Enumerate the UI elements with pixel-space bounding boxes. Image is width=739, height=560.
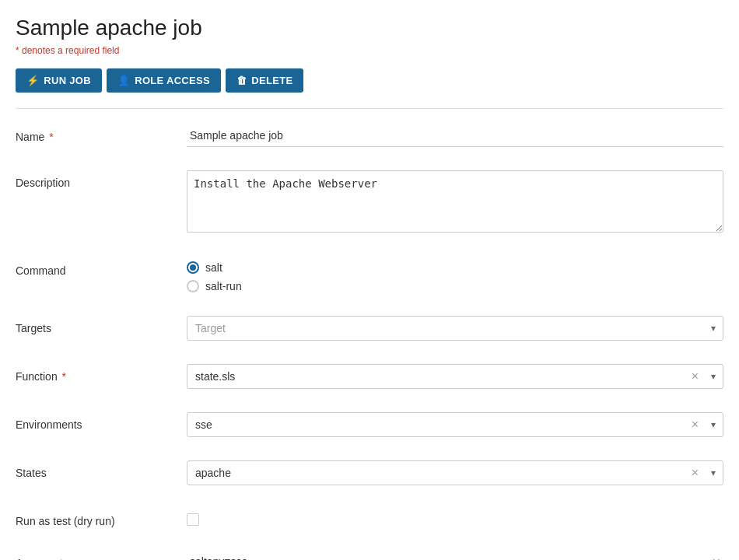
name-required-star: * <box>46 131 53 143</box>
role-access-icon: 👤 <box>117 75 130 86</box>
command-salt-run-label: salt-run <box>205 280 242 292</box>
command-salt-run-radio[interactable] <box>187 280 199 292</box>
arguments-clear-button[interactable]: × <box>712 555 720 561</box>
dry-run-checkbox-wrapper <box>187 509 723 526</box>
dry-run-checkbox[interactable] <box>187 513 199 526</box>
function-row: Function * state.sls × ▾ <box>16 364 723 397</box>
targets-control: Target ▾ <box>187 316 723 341</box>
dry-run-row: Run as test (dry run) <box>16 509 723 535</box>
description-control: Install the Apache Webserver <box>187 170 723 235</box>
required-note: * denotes a required field <box>16 45 723 56</box>
run-job-icon: ⚡ <box>26 75 39 86</box>
form-divider <box>16 108 723 109</box>
page-title: Sample apache job <box>16 16 723 40</box>
environments-control: sse × ▾ <box>187 412 723 437</box>
run-job-label: RUN JOB <box>44 75 91 86</box>
states-clear-button[interactable]: × <box>688 467 702 479</box>
targets-select[interactable]: Target <box>187 316 723 341</box>
run-job-button[interactable]: ⚡ RUN JOB <box>16 68 102 93</box>
delete-button[interactable]: 🗑 DELETE <box>226 68 303 93</box>
environments-row: Environments sse × ▾ <box>16 412 723 445</box>
dry-run-control <box>187 509 723 526</box>
function-select[interactable]: state.sls <box>187 364 723 389</box>
command-salt-radio[interactable] <box>187 261 199 274</box>
function-required-star: * <box>59 370 66 383</box>
environments-select-wrapper: sse × ▾ <box>187 412 723 437</box>
dry-run-label: Run as test (dry run) <box>16 509 187 527</box>
function-clear-button[interactable]: × <box>688 370 702 383</box>
function-control: state.sls × ▾ <box>187 364 723 389</box>
delete-label: DELETE <box>251 75 292 86</box>
role-access-label: ROLE ACCESS <box>135 75 210 86</box>
targets-row: Targets Target ▾ <box>16 316 723 348</box>
command-row: Command salt salt-run <box>16 258 723 300</box>
command-salt-option[interactable]: salt <box>187 261 723 274</box>
name-label: Name * <box>16 124 187 143</box>
command-salt-label: salt <box>205 261 222 274</box>
states-label: States <box>16 460 187 479</box>
description-label: Description <box>16 170 187 189</box>
command-control: salt salt-run <box>187 258 723 292</box>
name-control <box>187 124 723 147</box>
states-select[interactable]: apache <box>187 460 723 485</box>
arguments-input[interactable] <box>187 551 723 560</box>
arguments-row: Arguments × <box>16 551 723 560</box>
role-access-button[interactable]: 👤 ROLE ACCESS <box>107 68 221 93</box>
arguments-control: × <box>187 551 723 560</box>
description-row: Description Install the Apache Webserver <box>16 170 723 243</box>
targets-label: Targets <box>16 316 187 334</box>
command-salt-run-option[interactable]: salt-run <box>187 280 723 292</box>
description-textarea[interactable]: Install the Apache Webserver <box>187 170 723 233</box>
arguments-label: Arguments <box>16 551 187 560</box>
delete-icon: 🗑 <box>236 75 247 86</box>
environments-select[interactable]: sse <box>187 412 723 437</box>
toolbar: ⚡ RUN JOB 👤 ROLE ACCESS 🗑 DELETE <box>16 68 723 93</box>
name-row: Name * <box>16 124 723 155</box>
form: Name * Description Install the Apache We… <box>16 124 723 560</box>
function-label: Function * <box>16 364 187 383</box>
targets-select-wrapper: Target ▾ <box>187 316 723 341</box>
function-select-wrapper: state.sls × ▾ <box>187 364 723 389</box>
environments-label: Environments <box>16 412 187 431</box>
arguments-input-wrapper: × <box>187 551 723 560</box>
command-label: Command <box>16 258 187 277</box>
states-row: States apache × ▾ <box>16 460 723 493</box>
command-radio-group: salt salt-run <box>187 258 723 292</box>
states-select-wrapper: apache × ▾ <box>187 460 723 485</box>
environments-clear-button[interactable]: × <box>688 418 702 431</box>
name-input[interactable] <box>187 124 723 147</box>
states-control: apache × ▾ <box>187 460 723 485</box>
